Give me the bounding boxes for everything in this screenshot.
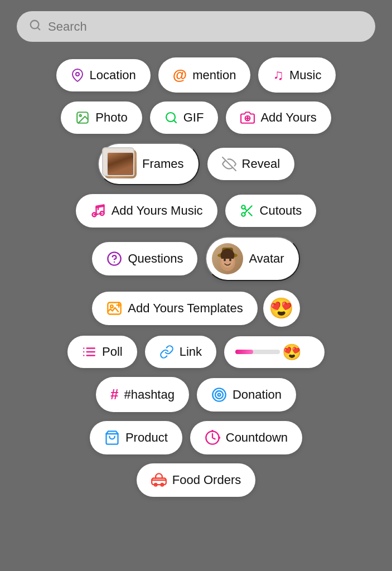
heart-eyes-emoji: 😍 xyxy=(269,297,294,320)
location-label: Location xyxy=(90,68,136,83)
countdown-icon xyxy=(205,430,220,446)
frames-sticker[interactable]: Frames xyxy=(98,143,200,185)
cutouts-sticker[interactable]: Cutouts xyxy=(225,195,317,227)
location-sticker[interactable]: Location xyxy=(56,59,151,91)
svg-point-30 xyxy=(110,305,113,308)
svg-rect-44 xyxy=(152,478,166,485)
frames-label: Frames xyxy=(142,157,184,171)
link-icon xyxy=(159,345,174,359)
row-5: Questions xyxy=(92,236,299,281)
svg-line-1 xyxy=(37,27,40,30)
countdown-sticker[interactable]: Countdown xyxy=(190,421,302,454)
mention-label: mention xyxy=(192,68,236,83)
link-sticker[interactable]: Link xyxy=(145,336,216,368)
avatar-label: Avatar xyxy=(249,251,284,266)
row-8: # #hashtag Donation xyxy=(96,377,296,412)
svg-line-20 xyxy=(244,209,246,211)
emoji-slider-sticker: 😍 xyxy=(224,336,325,368)
search-icon xyxy=(29,19,41,34)
hashtag-sticker[interactable]: # #hashtag xyxy=(96,377,189,412)
food-orders-icon xyxy=(151,472,167,488)
avatar-image xyxy=(212,243,243,274)
row-4: Add Yours Music Cutouts xyxy=(76,194,317,228)
search-bar[interactable] xyxy=(17,11,375,42)
reveal-label: Reveal xyxy=(242,157,280,171)
stickers-grid: Location @ mention ♫ Music Photo xyxy=(17,57,375,497)
product-sticker[interactable]: Product xyxy=(90,421,182,454)
svg-point-2 xyxy=(76,72,79,76)
add-yours-templates-icon xyxy=(107,301,122,316)
questions-sticker[interactable]: Questions xyxy=(92,242,197,275)
donation-icon xyxy=(211,387,227,403)
reveal-sticker[interactable]: Reveal xyxy=(207,148,294,180)
svg-point-28 xyxy=(229,259,231,262)
mention-icon: @ xyxy=(173,66,187,84)
add-yours-music-sticker[interactable]: Add Yours Music xyxy=(76,194,217,228)
row-9: Product Countdown xyxy=(90,421,302,454)
svg-line-6 xyxy=(173,120,176,123)
add-yours-music-icon xyxy=(90,203,106,219)
hashtag-label: #hashtag xyxy=(124,388,175,402)
cutouts-icon xyxy=(240,204,254,218)
donation-sticker[interactable]: Donation xyxy=(197,378,296,412)
svg-point-41 xyxy=(218,393,221,396)
add-yours-label: Add Yours xyxy=(260,110,316,125)
gif-icon xyxy=(164,111,178,124)
add-yours-icon xyxy=(240,110,255,125)
food-orders-sticker[interactable]: Food Orders xyxy=(137,463,256,497)
row-10: Food Orders xyxy=(137,463,256,497)
row-3: Frames Reveal xyxy=(98,143,294,185)
photo-sticker[interactable]: Photo xyxy=(61,101,142,134)
svg-point-4 xyxy=(80,115,81,117)
svg-point-27 xyxy=(224,259,226,262)
location-icon xyxy=(71,69,84,82)
emoji-bubble: 😍 xyxy=(263,290,300,327)
product-icon xyxy=(104,430,120,446)
svg-line-19 xyxy=(248,212,251,216)
avatar-sticker[interactable]: Avatar xyxy=(205,236,299,281)
link-label: Link xyxy=(180,345,202,359)
poll-sticker[interactable]: Poll xyxy=(67,336,137,368)
row-2: Photo GIF Add Yours xyxy=(61,101,331,134)
frames-image xyxy=(104,149,137,178)
poll-label: Poll xyxy=(102,345,123,359)
music-sticker[interactable]: ♫ Music xyxy=(258,57,336,93)
music-icon: ♫ xyxy=(273,66,284,84)
row-6: Add Yours Templates 😍 xyxy=(92,290,299,327)
poll-icon xyxy=(82,345,96,359)
cutouts-label: Cutouts xyxy=(260,204,302,218)
add-yours-sticker[interactable]: Add Yours xyxy=(226,101,331,134)
food-orders-label: Food Orders xyxy=(172,473,241,487)
slider-fill xyxy=(235,350,253,354)
gif-label: GIF xyxy=(183,110,204,125)
add-yours-templates-label: Add Yours Templates xyxy=(128,301,243,316)
svg-point-40 xyxy=(215,391,223,399)
row-1: Location @ mention ♫ Music xyxy=(56,57,336,93)
donation-label: Donation xyxy=(233,388,282,402)
countdown-label: Countdown xyxy=(226,430,288,445)
mention-sticker[interactable]: @ mention xyxy=(158,57,251,93)
add-yours-templates-sticker[interactable]: Add Yours Templates xyxy=(92,292,257,325)
questions-label: Questions xyxy=(128,251,183,266)
row-7: Poll Link 😍 xyxy=(67,336,325,368)
reveal-icon xyxy=(222,157,236,171)
add-yours-music-label: Add Yours Music xyxy=(112,204,203,218)
gif-sticker[interactable]: GIF xyxy=(150,101,219,134)
photo-icon xyxy=(75,110,90,125)
slider-track xyxy=(235,350,280,354)
product-label: Product xyxy=(125,430,168,445)
hashtag-icon: # xyxy=(110,386,118,403)
photo-label: Photo xyxy=(95,110,128,125)
music-label: Music xyxy=(289,68,321,83)
slider-emoji: 😍 xyxy=(282,343,302,361)
questions-icon xyxy=(107,251,122,267)
search-input[interactable] xyxy=(48,20,363,34)
